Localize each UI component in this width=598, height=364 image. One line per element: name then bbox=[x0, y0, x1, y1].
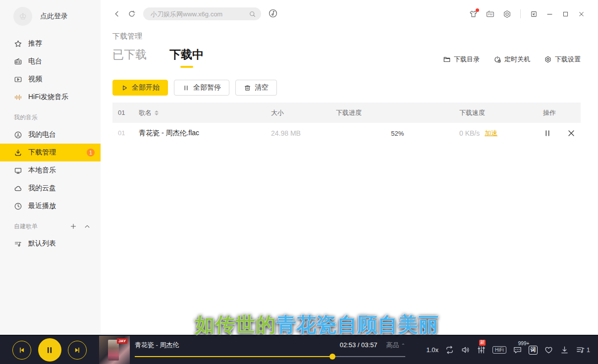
favorite-heart-icon[interactable] bbox=[544, 345, 553, 355]
header-speed: 下载速度 bbox=[459, 108, 540, 117]
sidebar-item-recent-played[interactable]: 最近播放 bbox=[0, 197, 101, 215]
sidebar-item-label: 默认列表 bbox=[28, 239, 56, 248]
clock-icon bbox=[14, 202, 22, 210]
play-pause-button[interactable] bbox=[38, 338, 61, 362]
download-directory-link[interactable]: 下载目录 bbox=[443, 55, 480, 64]
sidebar-item-my-radio[interactable]: 我的电台 bbox=[0, 126, 101, 144]
sidebar-nav-my: 我的电台 下载管理 1 本地音乐 我的云盘 最近播放 bbox=[0, 126, 101, 215]
remove-row-icon[interactable] bbox=[567, 129, 576, 138]
maximize-icon[interactable] bbox=[557, 7, 573, 20]
monitor-icon bbox=[14, 166, 22, 175]
login-area[interactable]: ♔ 点此登录 bbox=[0, 6, 101, 27]
sidebar-item-download-manager[interactable]: 下载管理 1 bbox=[0, 144, 101, 161]
download-song-icon[interactable] bbox=[560, 345, 569, 355]
play-icon bbox=[121, 84, 128, 92]
header-name: 歌名 bbox=[139, 108, 271, 117]
sidebar-item-label: HiFi发烧音乐 bbox=[28, 93, 68, 102]
play-queue-button[interactable]: 1 bbox=[576, 345, 590, 355]
comments-icon[interactable]: 999+ bbox=[513, 345, 522, 355]
playback-speed[interactable]: 1.0x bbox=[426, 346, 438, 354]
sidebar-item-radio[interactable]: 电台 bbox=[0, 52, 101, 70]
new-badge: 新 bbox=[479, 340, 486, 346]
search-box bbox=[143, 7, 261, 20]
progress-label: 52% bbox=[391, 129, 404, 137]
search-icon[interactable] bbox=[249, 10, 256, 18]
sidebar-item-label: 本地音乐 bbox=[28, 166, 56, 175]
fm-icon[interactable]: FM bbox=[482, 7, 498, 20]
mini-mode-icon[interactable] bbox=[526, 7, 542, 20]
seek-handle[interactable] bbox=[329, 354, 335, 360]
table-row[interactable]: 01 青花瓷 - 周杰伦.flac 24.98 MB 52% 0 KB/s 加速 bbox=[112, 123, 581, 143]
sidebar-item-video[interactable]: 视频 bbox=[0, 70, 101, 88]
tool-label: 下载设置 bbox=[555, 55, 581, 64]
trash-icon bbox=[244, 84, 251, 92]
album-art[interactable]: JAY bbox=[99, 336, 130, 364]
skin-icon[interactable] bbox=[465, 7, 482, 20]
pause-row-icon[interactable] bbox=[543, 129, 552, 138]
previous-button[interactable] bbox=[12, 341, 31, 360]
loop-mode-icon[interactable] bbox=[445, 345, 454, 355]
topbar: FM bbox=[101, 0, 598, 28]
tab-label: 已下载 bbox=[112, 48, 147, 61]
section-my-music: 我的音乐 bbox=[0, 109, 101, 126]
close-icon[interactable] bbox=[573, 7, 589, 20]
tab-downloaded[interactable]: 已下载 bbox=[112, 47, 147, 68]
svg-text:FM: FM bbox=[488, 12, 492, 16]
refresh-icon[interactable] bbox=[126, 8, 137, 19]
add-playlist-icon[interactable] bbox=[70, 223, 77, 230]
action-buttons: 全部开始 全部暂停 清空 bbox=[112, 80, 581, 96]
accelerate-link[interactable]: 加速 bbox=[485, 129, 497, 138]
next-button[interactable] bbox=[68, 341, 87, 360]
button-label: 全部暂停 bbox=[193, 83, 221, 92]
row-speed: 0 KB/s 加速 bbox=[459, 129, 540, 138]
start-all-button[interactable]: 全部开始 bbox=[112, 80, 168, 96]
hifi-bars-icon bbox=[14, 93, 22, 102]
sidebar-item-default-playlist[interactable]: 默认列表 bbox=[0, 235, 101, 253]
sidebar-item-hifi[interactable]: HiFi发烧音乐 bbox=[0, 88, 101, 106]
header-action: 操作 bbox=[540, 108, 581, 117]
settings-icon[interactable] bbox=[498, 7, 515, 20]
sidebar-item-local-music[interactable]: 本地音乐 bbox=[0, 161, 101, 179]
playlist-icon bbox=[14, 240, 22, 248]
tab-row: 已下载 下载中 下载目录 定时关机 bbox=[112, 47, 581, 68]
button-label: 清空 bbox=[255, 83, 269, 92]
player-right-icons: 1.0x 新 HiFi 999+ 词 1 bbox=[405, 345, 598, 355]
hifi-toggle[interactable]: HiFi bbox=[492, 346, 506, 354]
album-badge: JAY bbox=[117, 338, 127, 344]
pause-all-button[interactable]: 全部暂停 bbox=[174, 80, 229, 96]
search-input[interactable] bbox=[151, 10, 249, 18]
login-label[interactable]: 点此登录 bbox=[40, 12, 68, 21]
collapse-playlists-icon[interactable] bbox=[84, 223, 91, 230]
player-controls bbox=[0, 338, 99, 362]
app-window: ♔ 点此登录 推荐 电台 视频 HiFi发烧音乐 bbox=[0, 0, 598, 364]
tab-label: 下载中 bbox=[169, 48, 204, 61]
sidebar-item-label: 下载管理 bbox=[28, 148, 56, 157]
clear-button[interactable]: 清空 bbox=[235, 80, 277, 96]
download-settings-link[interactable]: 下载设置 bbox=[544, 55, 581, 64]
seek-slider[interactable] bbox=[135, 354, 405, 359]
equalizer-icon[interactable]: 新 bbox=[477, 345, 486, 355]
cloud-icon bbox=[14, 184, 22, 193]
minimize-icon[interactable] bbox=[542, 7, 557, 20]
sidebar: ♔ 点此登录 推荐 电台 视频 HiFi发烧音乐 bbox=[0, 0, 101, 335]
music-recognition-icon[interactable] bbox=[268, 8, 279, 19]
table-header: 01 歌名 大小 下载进度 下载速度 操作 bbox=[112, 103, 581, 123]
back-icon[interactable] bbox=[111, 8, 122, 19]
sidebar-item-cloud-drive[interactable]: 我的云盘 bbox=[0, 179, 101, 197]
now-playing-title[interactable]: 青花瓷 - 周杰伦 bbox=[135, 341, 340, 350]
volume-icon[interactable] bbox=[461, 345, 470, 355]
quality-selector[interactable]: 高品 ⌃ bbox=[386, 341, 405, 350]
sidebar-item-recommend[interactable]: 推荐 bbox=[0, 35, 101, 52]
sort-icon[interactable] bbox=[155, 110, 159, 115]
quality-label: 高品 bbox=[386, 341, 399, 350]
tab-downloading[interactable]: 下载中 bbox=[169, 47, 204, 68]
player-bar: JAY 青花瓷 - 周杰伦 02:53 / 03:57 高品 ⌃ 1.0x bbox=[0, 335, 598, 364]
video-icon bbox=[14, 75, 22, 84]
star-icon bbox=[14, 40, 22, 48]
avatar[interactable]: ♔ bbox=[13, 7, 32, 26]
scheduled-shutdown-link[interactable]: 定时关机 bbox=[493, 55, 530, 64]
queue-count: 1 bbox=[587, 346, 590, 354]
header-size: 大小 bbox=[271, 108, 336, 117]
lyrics-toggle[interactable]: 词 bbox=[529, 346, 538, 355]
download-count-badge: 1 bbox=[87, 149, 95, 156]
